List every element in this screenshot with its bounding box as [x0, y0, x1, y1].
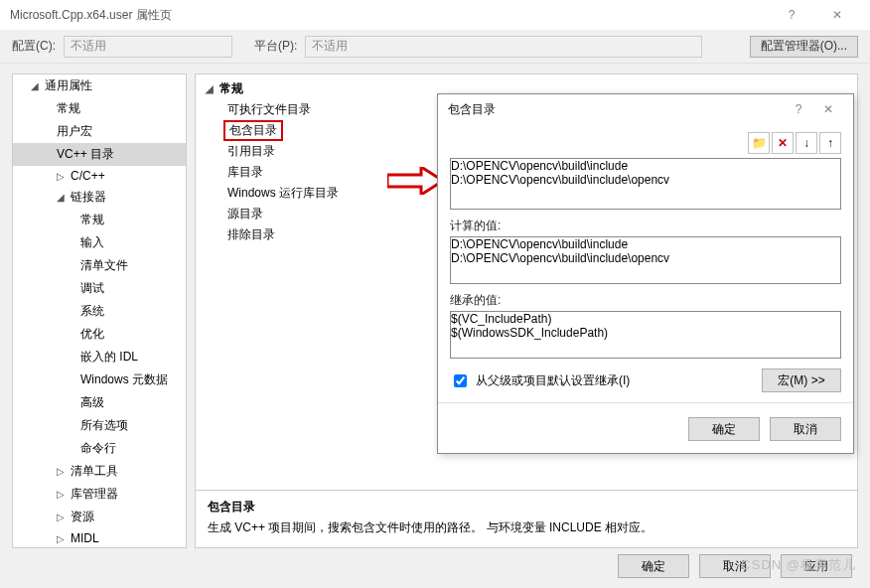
config-row: 配置(C): 不适用 平台(P): 不适用 配置管理器(O)... [0, 30, 870, 64]
tree-item[interactable]: 清单工具 [13, 460, 186, 483]
expand-icon[interactable] [206, 83, 216, 94]
inherited-listbox: $(VC_IncludePath) $(WindowsSDK_IncludePa… [450, 311, 841, 359]
list-item[interactable]: D:\OPENCV\opencv\build\include [451, 159, 840, 173]
tree-linker[interactable]: 链接器 [13, 186, 186, 209]
tree-item[interactable]: 调试 [13, 277, 186, 300]
apply-button[interactable]: 应用 [781, 554, 852, 578]
computed-label: 计算的值: [450, 218, 841, 234]
expand-icon[interactable] [57, 171, 67, 182]
popup-ok-button[interactable]: 确定 [688, 417, 760, 441]
popup-title: 包含目录 [448, 101, 496, 118]
config-label: 配置(C): [12, 38, 56, 55]
tree-item[interactable]: 输入 [13, 231, 186, 254]
tree-item[interactable]: 命令行 [13, 437, 186, 460]
move-down-icon[interactable]: ↓ [796, 132, 817, 154]
titlebar: Microsoft.Cpp.x64.user 属性页 ? ✕ [0, 0, 870, 30]
tree-panel[interactable]: 通用属性 常规 用户宏 VC++ 目录 C/C++ 链接器 常规 输入 清单文件… [12, 74, 187, 548]
property-row-highlighted[interactable]: 包含目录 [223, 120, 283, 141]
tree-item[interactable]: Windows 元数据 [13, 368, 186, 391]
tree-item[interactable]: MIDL [13, 528, 186, 548]
help-button[interactable]: ? [769, 0, 814, 30]
tree-root[interactable]: 通用属性 [13, 74, 186, 97]
list-item[interactable]: D:\OPENCV\opencv\build\include\opencv [451, 173, 840, 187]
tree-item[interactable]: 常规 [13, 97, 186, 120]
expand-icon[interactable] [57, 533, 67, 544]
config-combo[interactable]: 不适用 [64, 36, 232, 58]
tree-item[interactable]: 所有选项 [13, 414, 186, 437]
tree-item[interactable]: 嵌入的 IDL [13, 346, 186, 368]
cancel-button[interactable]: 取消 [699, 554, 771, 578]
tree-item[interactable]: 常规 [13, 209, 186, 231]
computed-listbox: D:\OPENCV\opencv\build\include D:\OPENCV… [450, 236, 841, 284]
config-manager-button[interactable]: 配置管理器(O)... [750, 36, 858, 58]
expand-icon[interactable] [57, 466, 67, 477]
dialog-buttons: 确定 取消 应用 [618, 554, 852, 578]
tree-item[interactable]: 优化 [13, 323, 186, 346]
move-up-icon[interactable]: ↑ [819, 132, 841, 154]
tree-item[interactable]: 资源 [13, 506, 186, 528]
platform-label: 平台(P): [254, 38, 297, 55]
include-dirs-dialog: 包含目录 ? ✕ 📁 ✕ ↓ ↑ D:\OPENCV\opencv\build\… [437, 93, 854, 454]
description-title: 包含目录 [208, 499, 845, 515]
list-item: $(VC_IncludePath) [451, 312, 840, 326]
description-text: 生成 VC++ 项目期间，搜索包含文件时使用的路径。 与环境变量 INCLUDE… [208, 519, 845, 536]
inherit-checkbox[interactable] [454, 374, 467, 387]
expand-icon[interactable] [57, 489, 67, 500]
tree-item-selected[interactable]: VC++ 目录 [13, 143, 186, 166]
popup-help-button[interactable]: ? [784, 94, 813, 124]
expand-icon[interactable] [57, 192, 67, 203]
popup-toolbar: 📁 ✕ ↓ ↑ [450, 132, 841, 154]
tree-item[interactable]: 清单文件 [13, 254, 186, 277]
tree-item[interactable]: 高级 [13, 391, 186, 414]
delete-icon[interactable]: ✕ [772, 132, 794, 154]
popup-cancel-button[interactable]: 取消 [770, 417, 841, 441]
list-item: $(WindowsSDK_IncludePath) [451, 326, 840, 340]
tree-item[interactable]: 库管理器 [13, 483, 186, 506]
window-title: Microsoft.Cpp.x64.user 属性页 [10, 7, 172, 24]
expand-icon[interactable] [57, 512, 67, 522]
new-folder-icon[interactable]: 📁 [748, 132, 770, 154]
platform-combo[interactable]: 不适用 [305, 36, 702, 58]
macros-button[interactable]: 宏(M) >> [762, 368, 841, 392]
close-button[interactable]: ✕ [814, 0, 860, 30]
inherited-label: 继承的值: [450, 292, 841, 309]
description-panel: 包含目录 生成 VC++ 项目期间，搜索包含文件时使用的路径。 与环境变量 IN… [196, 490, 857, 547]
list-item: D:\OPENCV\opencv\build\include\opencv [451, 251, 840, 265]
inherit-label: 从父级或项目默认设置继承(I) [476, 372, 630, 389]
expand-icon[interactable] [31, 80, 41, 91]
tree-item[interactable]: C/C++ [13, 166, 186, 186]
popup-titlebar: 包含目录 ? ✕ [438, 94, 853, 124]
tree-item[interactable]: 用户宏 [13, 120, 186, 143]
paths-listbox[interactable]: D:\OPENCV\opencv\build\include D:\OPENCV… [450, 158, 841, 210]
list-item: D:\OPENCV\opencv\build\include [451, 237, 840, 251]
tree-item[interactable]: 系统 [13, 300, 186, 323]
ok-button[interactable]: 确定 [618, 554, 689, 578]
popup-close-button[interactable]: ✕ [813, 94, 843, 124]
